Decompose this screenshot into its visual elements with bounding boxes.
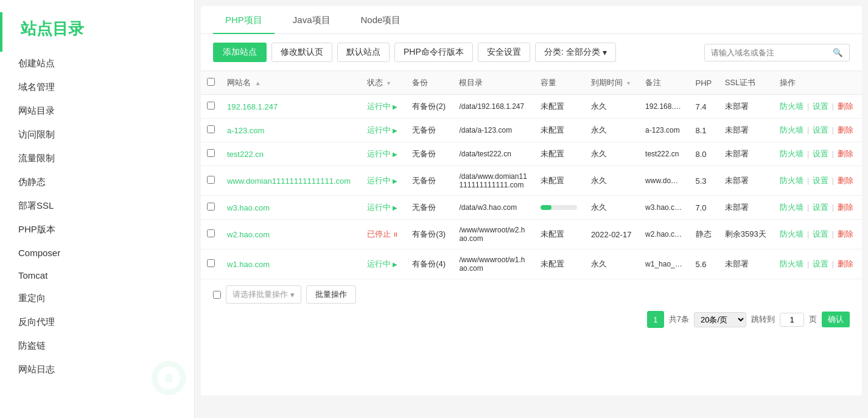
row-checkbox-1[interactable]: [207, 125, 215, 133]
sidebar-item-域名管理[interactable]: 域名管理: [0, 75, 194, 99]
current-page[interactable]: 1: [647, 311, 664, 328]
row-checkbox-3[interactable]: [207, 176, 215, 184]
row-checkbox-5[interactable]: [207, 229, 215, 237]
sidebar-item-重定向[interactable]: 重定向: [0, 287, 194, 310]
sidebar-item-流量限制[interactable]: 流量限制: [0, 147, 194, 170]
backup-6: 有备份(4): [406, 249, 453, 279]
search-input[interactable]: [705, 44, 827, 61]
root-2: /data/test222.cn: [453, 142, 534, 166]
sidebar-item-网站日志[interactable]: 网站日志: [0, 358, 194, 381]
status-5: 已停止⏸: [367, 229, 400, 240]
delete-link-2[interactable]: 删除: [838, 149, 853, 158]
status-0: 运行中▶: [367, 101, 400, 112]
site-name-4[interactable]: w3.hao.com: [227, 203, 270, 212]
col-actions: 操作: [774, 71, 862, 95]
tab-node[interactable]: Node项目: [349, 6, 413, 33]
main-content: PHP项目Java项目Node项目 添加站点 修改默认页 默认站点 PHP命令行…: [195, 0, 868, 418]
firewall-link-3[interactable]: 防火墙: [780, 176, 803, 185]
delete-link-0[interactable]: 删除: [838, 102, 853, 111]
category-dropdown-button[interactable]: 分类: 全部分类 ▾: [535, 43, 616, 62]
col-expire: 到期时间: [591, 78, 623, 87]
select-all-checkbox[interactable]: [207, 78, 215, 86]
settings-link-0[interactable]: 设置: [813, 102, 828, 111]
row-checkbox-2[interactable]: [207, 149, 215, 157]
sidebar-item-伪静态[interactable]: 伪静态: [0, 170, 194, 194]
settings-link-4[interactable]: 设置: [813, 203, 828, 212]
sidebar-item-网站目录[interactable]: 网站目录: [0, 99, 194, 123]
per-page-select[interactable]: 20条/页 50条/页 100条/页: [694, 312, 746, 327]
ssl-2: 未部署: [719, 142, 774, 166]
site-name-1[interactable]: a-123.com: [227, 126, 264, 135]
settings-link-1[interactable]: 设置: [813, 125, 828, 134]
ssl-1: 未部署: [719, 119, 774, 142]
sidebar-item-反向代理[interactable]: 反向代理: [0, 310, 194, 334]
expire-5: 2022-02-17: [585, 220, 639, 249]
settings-link-6[interactable]: 设置: [813, 259, 828, 268]
table-row: w2.hao.com已停止⏸有备份(3)/www/wwwroot/w2.hao.…: [201, 220, 862, 249]
php-0: 7.4: [690, 95, 719, 119]
sidebar: 站点目录 创建站点域名管理网站目录访问限制流量限制伪静态部署SSLPHP版本Co…: [0, 0, 195, 418]
actions-6: 防火墙 | 设置 | 删除: [774, 249, 862, 279]
php-2: 8.0: [690, 142, 719, 166]
actions-2: 防火墙 | 设置 | 删除: [774, 142, 862, 166]
security-settings-button[interactable]: 安全设置: [478, 43, 530, 62]
capacity-3: 未配置: [534, 166, 584, 196]
expire-3: 永久: [585, 166, 639, 196]
firewall-link-4[interactable]: 防火墙: [780, 203, 803, 212]
php-5: 静态: [690, 220, 719, 249]
settings-link-5[interactable]: 设置: [813, 229, 828, 239]
ssl-5: 剩余3593天: [719, 220, 774, 249]
modify-default-button[interactable]: 修改默认页: [271, 43, 332, 62]
delete-link-3[interactable]: 删除: [838, 176, 853, 185]
col-php: PHP: [690, 71, 719, 95]
sidebar-item-部署SSL[interactable]: 部署SSL: [0, 194, 194, 218]
sidebar-item-PHP版本[interactable]: PHP版本: [0, 218, 194, 242]
batch-action-button[interactable]: 批量操作: [306, 285, 356, 304]
delete-link-6[interactable]: 删除: [838, 259, 853, 268]
site-name-3[interactable]: www.domian11111111111111.com: [227, 176, 351, 186]
add-site-button[interactable]: 添加站点: [213, 43, 267, 62]
batch-placeholder: 请选择批量操作: [233, 289, 288, 300]
page-jump-input[interactable]: [780, 313, 804, 327]
php-6: 5.6: [690, 249, 719, 279]
backup-3: 无备份: [406, 166, 453, 196]
search-button[interactable]: 🔍: [827, 44, 849, 61]
site-name-6[interactable]: w1.hao.com: [227, 260, 270, 269]
firewall-link-2[interactable]: 防火墙: [780, 149, 803, 158]
backup-1: 无备份: [406, 119, 453, 142]
row-checkbox-6[interactable]: [207, 259, 215, 267]
batch-select-dropdown[interactable]: 请选择批量操作 ▾: [226, 285, 301, 304]
sidebar-item-创建站点[interactable]: 创建站点: [0, 52, 194, 75]
bottom-select-all[interactable]: [213, 291, 221, 299]
tab-java[interactable]: Java项目: [281, 6, 343, 33]
firewall-link-5[interactable]: 防火墙: [780, 229, 803, 239]
settings-link-2[interactable]: 设置: [813, 149, 828, 158]
php-cmd-version-button[interactable]: PHP命令行版本: [394, 43, 473, 62]
pagination: 1 共7条 20条/页 50条/页 100条/页 跳转到 页 确认: [201, 304, 862, 328]
category-label: 分类: 全部分类: [544, 47, 600, 58]
sidebar-item-Composer[interactable]: Composer: [0, 242, 194, 264]
row-checkbox-4[interactable]: [207, 203, 215, 211]
row-checkbox-0[interactable]: [207, 102, 215, 110]
site-name-2[interactable]: test222.cn: [227, 150, 264, 159]
sidebar-item-访问限制[interactable]: 访问限制: [0, 123, 194, 147]
page-unit: 页: [809, 314, 817, 325]
firewall-link-1[interactable]: 防火墙: [780, 125, 803, 134]
remark-4: w3.hao.com: [639, 196, 689, 220]
delete-link-5[interactable]: 删除: [838, 229, 853, 239]
remark-1: a-123.com: [639, 119, 689, 142]
site-name-5[interactable]: w2.hao.com: [227, 230, 270, 239]
settings-link-3[interactable]: 设置: [813, 176, 828, 185]
sidebar-item-Tomcat[interactable]: Tomcat: [0, 264, 194, 287]
site-name-0[interactable]: 192.168.1.247: [227, 102, 278, 111]
expire-2: 永久: [585, 142, 639, 166]
firewall-link-0[interactable]: 防火墙: [780, 102, 803, 111]
firewall-link-6[interactable]: 防火墙: [780, 259, 803, 268]
delete-link-1[interactable]: 删除: [838, 125, 853, 134]
delete-link-4[interactable]: 删除: [838, 203, 853, 212]
default-site-button[interactable]: 默认站点: [337, 43, 390, 62]
page-confirm-button[interactable]: 确认: [822, 312, 850, 327]
capacity-0: 未配置: [534, 95, 584, 119]
tab-php[interactable]: PHP项目: [213, 6, 275, 33]
sidebar-item-防盗链[interactable]: 防盗链: [0, 334, 194, 358]
